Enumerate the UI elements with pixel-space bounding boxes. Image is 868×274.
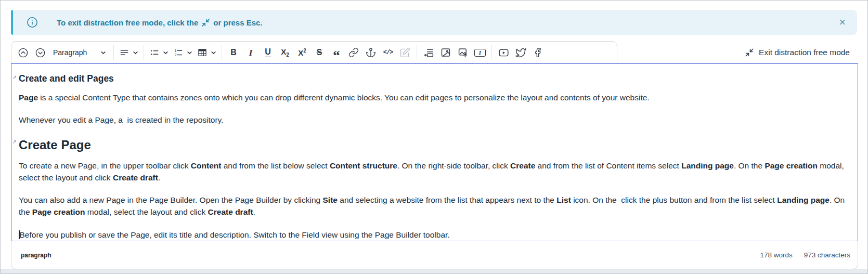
exit-distraction-free-icon [745,48,754,57]
upload-image-icon[interactable] [455,44,471,61]
chevron-down-icon [163,50,169,56]
anchor-icon[interactable] [362,44,379,61]
source-editing-icon[interactable] [397,44,413,61]
chevron-down-icon [133,50,138,56]
insert-image-icon[interactable] [437,44,454,61]
editor-toolbar: Paragraph 1 2 [11,41,617,64]
block-quote-icon[interactable]: “ [328,44,345,61]
twitter-icon[interactable] [512,44,529,61]
toolbar-divider [491,45,492,60]
rich-text-editing-area[interactable]: Create and edit Pages Page is a special … [11,63,858,241]
insert-content-block-icon[interactable] [420,44,437,61]
editor-status-bar: paragraph 178 words 973 characters [11,241,858,269]
paragraph: Whenever you edit a Page, a is created i… [19,114,850,126]
numbered-list-icon[interactable]: 1 2 [171,44,195,61]
toolbar-divider [417,45,417,60]
toolbar-divider [113,45,114,60]
underline-icon[interactable]: U [260,44,276,61]
toolbar-divider [144,45,144,60]
word-count: 178 words [760,251,792,259]
toolbar-divider [222,45,222,60]
svg-text:2: 2 [175,53,177,57]
chevron-down-icon [100,50,106,56]
exit-distraction-free-button[interactable]: Exit distraction free mode [745,41,850,64]
insert-field-icon[interactable]: I [472,44,488,61]
paragraph-style-dropdown[interactable]: Paragraph [49,44,110,61]
banner-text-before: To exit distraction free mode, click the [57,18,198,27]
chevron-down-icon [187,50,192,56]
heading-widget-marker-icon [12,75,17,80]
exit-distraction-free-icon [201,18,210,27]
current-block-type: paragraph [21,252,51,259]
heading-create-and-edit-pages: Create and edit Pages [19,73,850,84]
paragraph: You can also add a new Page in the Page … [19,194,850,218]
facebook-icon[interactable] [529,44,546,61]
insert-table-icon[interactable] [195,44,218,61]
chevron-down-icon [211,50,216,56]
subscript-icon[interactable]: X2 [277,44,293,61]
align-left-icon[interactable] [117,44,140,61]
paragraph: To create a new Page, in the upper toolb… [19,160,850,184]
word-char-counts: 178 words 973 characters [760,251,850,259]
exit-distraction-free-label: Exit distraction free mode [759,48,850,57]
italic-icon[interactable]: I [242,44,259,61]
exit-hint-banner: To exit distraction free mode, click the… [11,10,857,35]
code-block-icon[interactable]: </> [380,44,396,61]
heading-create-page: Create Page [19,138,850,152]
paragraph-with-cursor: Before you publish or save the Page, edi… [19,229,850,241]
move-down-icon[interactable] [32,44,48,61]
link-icon[interactable] [345,44,362,61]
toolbar-row: Paragraph 1 2 [11,41,857,64]
distraction-free-editor-window: To exit distraction free mode, click the… [0,0,868,274]
page-bottom-strip [1,269,867,273]
superscript-icon[interactable]: X2 [294,44,310,61]
youtube-icon[interactable] [495,44,512,61]
heading-widget-marker-icon [12,139,17,144]
character-count: 973 characters [804,251,850,259]
banner-message: To exit distraction free mode, click the… [57,18,263,27]
strikethrough-icon[interactable]: S [311,44,328,61]
move-up-icon[interactable] [15,44,31,61]
close-icon[interactable]: × [839,17,846,28]
bulleted-list-icon[interactable] [147,44,171,61]
bold-icon[interactable]: B [225,44,242,61]
banner-text-after: or press Esc. [213,18,262,27]
svg-text:1: 1 [175,49,177,53]
info-icon [27,17,38,28]
paragraph-style-value: Paragraph [53,48,87,57]
paragraph: Page is a special Content Type that cont… [19,92,850,103]
